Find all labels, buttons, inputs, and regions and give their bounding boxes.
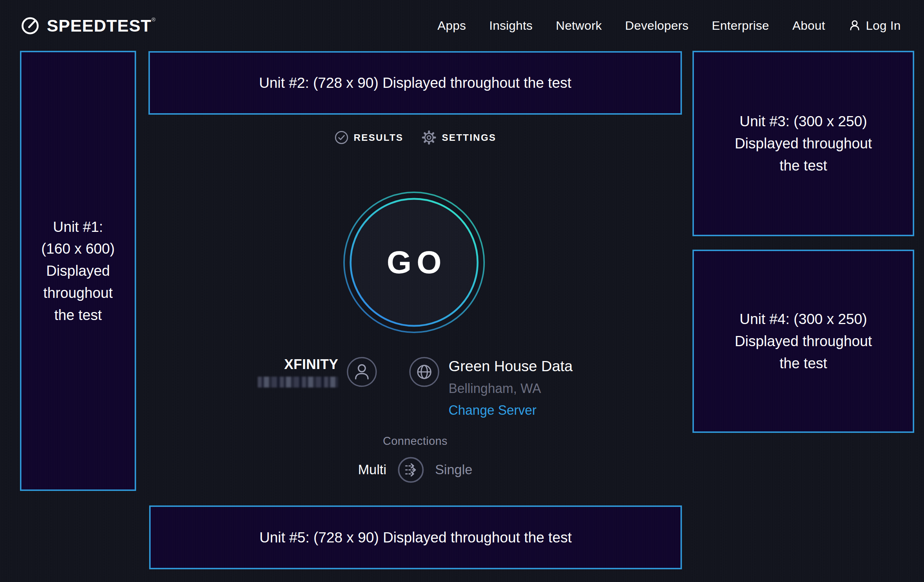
tab-label: SETTINGS [442,132,496,143]
go-label: GO [343,191,485,333]
speedtest-logo[interactable]: SPEEDTEST® [20,15,156,36]
nav-item-network[interactable]: Network [556,18,602,33]
server-name: Green House Data [449,358,573,375]
nav-item-enterprise[interactable]: Enterprise [712,18,769,33]
ad-unit-text: Unit #1: (160 x 600) Displayed throughou… [38,216,117,326]
person-icon [848,19,861,32]
ad-unit-text: Unit #3: (300 x 250) Displayed throughou… [726,110,881,176]
tab-label: RESULTS [354,132,404,143]
server-info: Green House Data Bellingham, WA Change S… [409,356,573,418]
login-button[interactable]: Log In [848,18,901,33]
connections-section: Connections Multi Single [148,435,682,483]
change-server-link[interactable]: Change Server [449,403,573,418]
login-label: Log In [866,18,901,33]
nav-item-insights[interactable]: Insights [489,18,533,33]
user-icon [346,356,378,387]
connections-toggle-row: Multi Single [358,457,472,483]
tab-settings[interactable]: SETTINGS [421,130,496,145]
globe-icon [409,356,440,387]
ad-unit-4[interactable]: Unit #4: (300 x 250) Displayed throughou… [693,250,914,433]
connection-option-single[interactable]: Single [435,462,472,478]
connections-label: Connections [383,435,447,448]
ad-unit-2[interactable]: Unit #2: (728 x 90) Displayed throughout… [148,51,682,115]
ad-unit-text: Unit #2: (728 x 90) Displayed throughout… [259,72,572,94]
isp-name: XFINITY [284,357,338,372]
check-circle-icon [334,130,349,145]
connection-option-multi[interactable]: Multi [358,462,386,478]
nav-item-developers[interactable]: Developers [625,18,688,33]
multi-arrows-icon [398,457,424,483]
nav-item-apps[interactable]: Apps [437,18,466,33]
ad-unit-text: Unit #4: (300 x 250) Displayed throughou… [726,308,881,374]
connections-toggle[interactable] [398,457,424,483]
ad-unit-1[interactable]: Unit #1: (160 x 600) Displayed throughou… [20,51,136,491]
nav-menu: Apps Insights Network Developers Enterpr… [437,18,901,33]
isp-info: XFINITY [258,356,378,387]
brand-text: SPEEDTEST® [47,16,156,36]
trademark-mark: ® [151,16,156,23]
host-info-row: XFINITY Green House Data Bellingham, WA … [148,356,682,418]
go-button[interactable]: GO [343,191,485,333]
server-location: Bellingham, WA [449,381,573,396]
top-nav-bar: SPEEDTEST® Apps Insights Network Develop… [0,0,924,51]
gauge-icon [20,15,40,36]
gear-icon [421,130,437,145]
ad-unit-3[interactable]: Unit #3: (300 x 250) Displayed throughou… [693,51,914,236]
nav-item-about[interactable]: About [792,18,825,33]
ad-unit-text: Unit #5: (728 x 90) Displayed throughout… [259,526,572,549]
ip-address-redacted [258,377,338,387]
results-settings-tabs: RESULTS [148,130,682,145]
ad-unit-5[interactable]: Unit #5: (728 x 90) Displayed throughout… [149,505,682,569]
tab-results[interactable]: RESULTS [334,130,404,145]
